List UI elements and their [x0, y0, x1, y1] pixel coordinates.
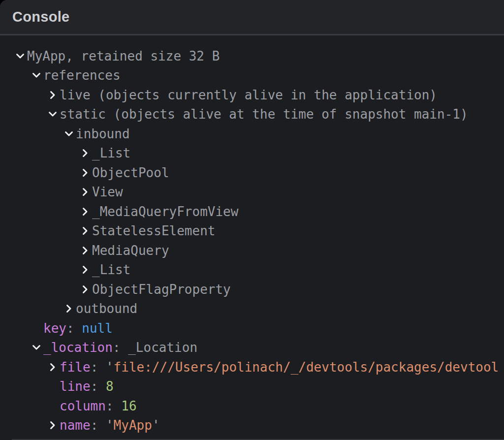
string-quote: ': [152, 418, 160, 433]
property-value: MyApp: [114, 418, 152, 433]
console-header: Console: [0, 0, 504, 34]
chevron-right-icon[interactable]: [48, 420, 58, 430]
property-name: file: [60, 360, 91, 375]
chevron-right-icon[interactable]: [80, 246, 90, 255]
property-name: name: [60, 418, 91, 433]
tree-node-label: ObjectFlagProperty: [92, 282, 231, 297]
tree-node-label: _MediaQueryFromView: [92, 204, 238, 219]
tree-row-inbound-objectpool[interactable]: ObjectPool: [0, 163, 504, 183]
chevron-right-icon[interactable]: [80, 148, 90, 158]
tree-row-inbound-mediaqueryfromview[interactable]: _MediaQueryFromView: [0, 202, 504, 221]
tree-row-inbound-mediaquery[interactable]: MediaQuery: [0, 241, 504, 260]
property-value: 16: [121, 399, 136, 413]
tree-row-prop-location[interactable]: _location: _Location: [0, 338, 504, 358]
tree-node-label: _List: [92, 146, 130, 160]
chevron-down-icon[interactable]: [32, 70, 41, 80]
arrow-spacer: [48, 381, 58, 391]
chevron-right-icon[interactable]: [80, 284, 90, 294]
tree-row-outbound[interactable]: outbound: [0, 299, 504, 319]
property-name: line: [60, 379, 91, 394]
chevron-right-icon[interactable]: [64, 304, 74, 314]
tree-row-inbound[interactable]: inbound: [0, 124, 504, 144]
chevron-right-icon[interactable]: [80, 265, 90, 275]
property-separator: :: [91, 360, 106, 375]
tree-node-label: _List: [92, 262, 130, 277]
panel-title: Console: [12, 9, 70, 25]
tree-row-inbound-view[interactable]: View: [0, 183, 504, 202]
console-panel: Console MyApp, retained size 32 Breferen…: [0, 0, 504, 440]
arrow-spacer: [48, 401, 58, 411]
property-value: _Location: [128, 340, 197, 355]
tree-row-prop-column[interactable]: column: 16: [0, 396, 504, 416]
tree-node-label: StatelessElement: [92, 223, 215, 238]
string-quote: ': [106, 418, 114, 433]
tree-node-label: static (objects alive at the time of sna…: [60, 107, 468, 122]
property-value: file:///Users/polinach/_/devtools/packag…: [114, 360, 499, 375]
arrow-spacer: [32, 323, 41, 333]
tree-row-references[interactable]: references: [0, 66, 504, 86]
property-name: column: [60, 399, 106, 413]
tree-node-label: MyApp, retained size 32 B: [27, 49, 220, 63]
property-name: _location: [43, 340, 113, 355]
tree-node-label: inbound: [76, 126, 130, 141]
string-quote: ': [106, 360, 114, 375]
tree-row-inbound-list-2[interactable]: _List: [0, 260, 504, 280]
tree-node-label: MediaQuery: [92, 243, 169, 258]
chevron-down-icon[interactable]: [15, 51, 25, 61]
tree-row-myapp-root[interactable]: MyApp, retained size 32 B: [0, 46, 504, 66]
tree-row-inbound-objectflagproperty[interactable]: ObjectFlagProperty: [0, 280, 504, 299]
property-separator: :: [66, 321, 82, 336]
tree-node-label: ObjectPool: [92, 165, 169, 180]
chevron-right-icon[interactable]: [80, 226, 90, 236]
property-separator: :: [91, 418, 106, 433]
chevron-right-icon[interactable]: [80, 187, 90, 197]
tree-row-references-live[interactable]: live (objects currently alive in the app…: [0, 85, 504, 105]
tree-row-prop-key[interactable]: key: null: [0, 318, 504, 338]
chevron-down-icon[interactable]: [48, 109, 58, 119]
chevron-right-icon[interactable]: [48, 90, 58, 100]
tree-row-prop-file[interactable]: file: 'file:///Users/polinach/_/devtools…: [0, 357, 504, 377]
property-separator: :: [91, 379, 106, 394]
tree-node-label: references: [43, 68, 121, 83]
chevron-right-icon[interactable]: [80, 207, 90, 217]
object-tree: MyApp, retained size 32 Breferenceslive …: [0, 35, 504, 435]
tree-node-label: outbound: [76, 301, 137, 316]
tree-node-label: live (objects currently alive in the app…: [60, 88, 437, 102]
property-value: 8: [106, 379, 114, 394]
chevron-down-icon[interactable]: [32, 343, 41, 352]
tree-row-inbound-list-1[interactable]: _List: [0, 144, 504, 163]
property-separator: :: [113, 340, 128, 355]
chevron-right-icon[interactable]: [80, 168, 90, 178]
tree-row-references-static[interactable]: static (objects alive at the time of sna…: [0, 105, 504, 125]
property-value: null: [82, 321, 113, 336]
chevron-right-icon[interactable]: [48, 362, 58, 372]
tree-row-inbound-statelesselement[interactable]: StatelessElement: [0, 221, 504, 241]
chevron-down-icon[interactable]: [64, 129, 74, 139]
tree-node-label: View: [92, 185, 123, 199]
property-separator: :: [106, 399, 121, 413]
tree-row-prop-line[interactable]: line: 8: [0, 377, 504, 397]
property-name: key: [43, 321, 66, 336]
tree-row-prop-name[interactable]: name: 'MyApp': [0, 416, 504, 436]
